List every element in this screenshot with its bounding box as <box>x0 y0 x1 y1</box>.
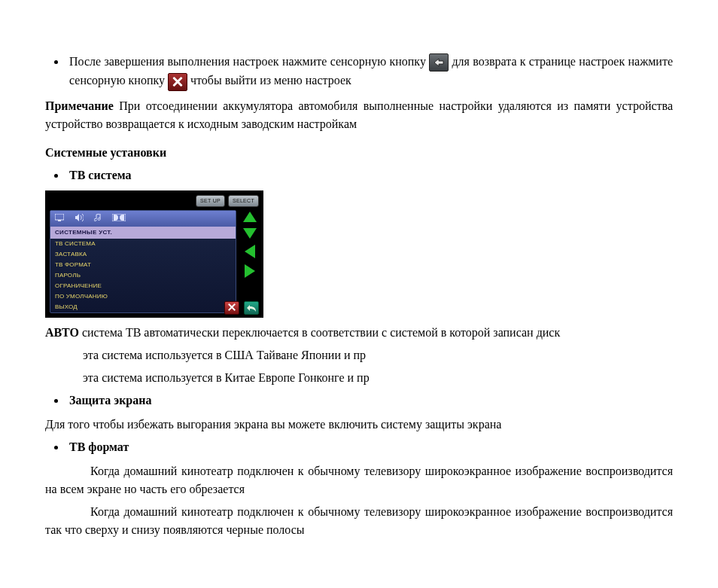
text: После завершения выполнения настроек наж… <box>69 55 429 68</box>
arrow-down-icon[interactable] <box>243 228 257 239</box>
auto-line: АВТО система ТВ автоматически переключае… <box>45 324 673 342</box>
back-icon <box>429 53 449 72</box>
dpad-controls <box>241 210 259 313</box>
mini-undo-icon[interactable] <box>244 301 259 315</box>
speaker-icon[interactable] <box>75 213 84 224</box>
menu-item[interactable]: ПО УМОЛЧАНИЮ <box>50 291 236 302</box>
device-screenshot: SET UP SELECT СИСТЕМНЫЕ УСТ. ТВ СИСТЕМА <box>45 190 263 318</box>
text: Когда домашний кинотеатр подключен к обы… <box>45 505 673 536</box>
dolby-icon[interactable] <box>112 213 126 224</box>
screen-title: СИСТЕМНЫЕ УСТ. <box>50 227 236 239</box>
bullet-tv-format: ТВ формат <box>66 438 673 456</box>
menu-item[interactable]: ОГРАНИЧЕНИЕ <box>50 281 236 291</box>
music-icon[interactable] <box>94 213 102 224</box>
note-paragraph: Примечание При отсоединении аккумулятора… <box>45 97 673 133</box>
menu-item[interactable]: ПАРОЛЬ <box>50 270 236 281</box>
note-text: При отсоединении аккумулятора автомобиля… <box>45 99 673 130</box>
bullet-list-tvformat: ТВ формат <box>45 438 673 456</box>
bullet-list-tv: ТВ система <box>45 166 673 184</box>
ntsc-line: эта система используется в США Тайване Я… <box>45 346 673 364</box>
arrow-right-icon[interactable] <box>245 264 255 278</box>
menu-item[interactable]: ТВ СИСТЕМА <box>50 239 236 249</box>
bullet-tv-system: ТВ система <box>66 166 673 184</box>
bullet-screen-protect: Защита экрана <box>66 391 673 410</box>
text: Когда домашний кинотеатр подключен к обы… <box>45 465 673 495</box>
mini-close-icon[interactable] <box>224 301 239 315</box>
monitor-icon[interactable] <box>55 213 64 224</box>
screen-protect-text: Для того чтобы избежать выгорания экрана… <box>45 416 673 434</box>
select-button[interactable]: SELECT <box>228 195 259 208</box>
close-icon <box>168 73 187 91</box>
svg-rect-0 <box>55 214 64 220</box>
text: для возврата к странице настроек <box>452 55 628 68</box>
bullet-list-top: После завершения выполнения настроек наж… <box>45 53 673 91</box>
setup-button[interactable]: SET UP <box>196 195 225 208</box>
screen-tab-row <box>50 211 236 227</box>
svg-rect-1 <box>58 220 61 221</box>
bullet-list-screen: Защита экрана <box>45 391 673 410</box>
arrow-up-icon[interactable] <box>243 212 257 222</box>
tvformat-line1: Когда домашний кинотеатр подключен к обы… <box>45 462 673 498</box>
note-label: Примечание <box>45 99 114 112</box>
menu-item[interactable]: ТВ ФОРМАТ <box>50 260 236 270</box>
tvformat-line2: Когда домашний кинотеатр подключен к обы… <box>45 503 673 539</box>
text: чтобы выйти из меню настроек <box>190 74 351 87</box>
arrow-left-icon[interactable] <box>245 245 255 258</box>
bullet-item-back: После завершения выполнения настроек наж… <box>66 53 673 91</box>
device-screen: СИСТЕМНЫЕ УСТ. ТВ СИСТЕМА ЗАСТАВКА ТВ ФО… <box>50 210 236 313</box>
menu-item[interactable]: ЗАСТАВКА <box>50 249 236 260</box>
auto-text: система ТВ автоматически переключается в… <box>79 326 560 339</box>
auto-label: АВТО <box>45 326 79 339</box>
menu-item[interactable]: ВЫХОД <box>50 302 236 312</box>
heading-system: Системные установки <box>45 144 673 162</box>
pal-line: эта система используется в Китае Европе … <box>45 369 673 387</box>
